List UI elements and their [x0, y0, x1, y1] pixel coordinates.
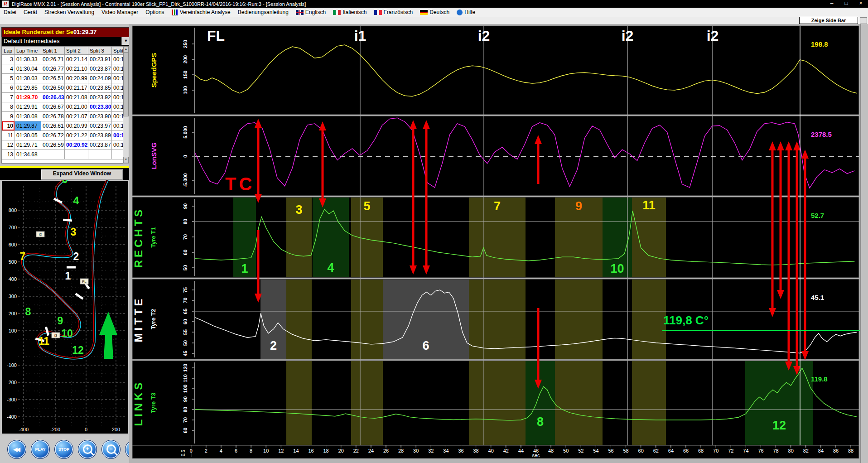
- column-header[interactable]: Split 3: [88, 47, 112, 55]
- lap-table-scrollbar[interactable]: ▲ ▼: [123, 46, 129, 164]
- lap-row[interactable]: 301:30.3300:26.7100:21.1400:23.9100:1: [2, 55, 124, 64]
- zoom-in-button[interactable]: +: [78, 440, 97, 459]
- lap-time-cell[interactable]: 01:30.04: [15, 64, 41, 74]
- lap-time-cell[interactable]: 00:21.08: [65, 93, 88, 102]
- column-header[interactable]: Lap Time: [15, 47, 41, 55]
- lap-time-cell[interactable]: 00:23.97: [88, 121, 112, 131]
- lap-time-cell[interactable]: 00:21.07: [65, 112, 88, 121]
- scroll-up-icon[interactable]: ▲: [123, 46, 129, 53]
- lap-row[interactable]: 701:29.7000:26.4300:21.0800:23.9200:1: [2, 93, 124, 102]
- lap-time-cell[interactable]: 00:20.92: [65, 140, 88, 150]
- lap-time-cell[interactable]: 01:29.70: [15, 93, 41, 102]
- lap-time-cell[interactable]: 00:23.91: [88, 55, 112, 64]
- lap-time-cell[interactable]: 00:23.87: [88, 64, 112, 74]
- menu-item-bedienungsanleitung[interactable]: Bedienungsanleitung: [234, 8, 292, 16]
- lap-time-cell[interactable]: 01:29.85: [15, 83, 41, 93]
- lap-time-cell[interactable]: 00:23.92: [88, 93, 112, 102]
- lap-time-cell[interactable]: [65, 150, 88, 159]
- lap-time-cell[interactable]: [41, 150, 65, 159]
- lap-number-cell[interactable]: 11: [2, 131, 15, 140]
- maximize-button[interactable]: □: [839, 0, 854, 8]
- lap-row[interactable]: 501:30.0300:26.5100:20.9900:24.0900:1: [2, 74, 124, 83]
- lap-number-cell[interactable]: 6: [2, 83, 15, 93]
- menu-item-options[interactable]: Options: [142, 8, 168, 16]
- lap-time-cell[interactable]: 00:1: [112, 121, 124, 131]
- lap-time-cell[interactable]: 00:21.14: [65, 55, 88, 64]
- menu-item-englisch[interactable]: Englisch: [292, 8, 329, 16]
- intermediates-dropdown[interactable]: Default Intermediates ▼: [1, 37, 130, 46]
- minimize-button[interactable]: –: [825, 0, 839, 8]
- lap-number-cell[interactable]: 4: [2, 64, 15, 74]
- lap-time-cell[interactable]: 00:20.99: [65, 74, 88, 83]
- lap-time-cell[interactable]: 00:23.89: [88, 131, 112, 140]
- scroll-down-icon[interactable]: ▼: [123, 157, 129, 163]
- lap-time-cell[interactable]: 01:29.71: [15, 140, 41, 150]
- telemetry-charts[interactable]: 123456789101112FLi1i2i2i2250200150100Spe…: [129, 24, 868, 463]
- lap-number-cell[interactable]: 5: [2, 74, 15, 83]
- lap-time-cell[interactable]: 00:1: [112, 112, 124, 121]
- column-header[interactable]: Split 2: [65, 47, 88, 55]
- lap-time-cell[interactable]: 00:21.00: [65, 102, 88, 112]
- sidebar-corner-button[interactable]: [860, 17, 867, 24]
- lap-time-cell[interactable]: 00:1: [112, 93, 124, 102]
- lap-time-cell[interactable]: 00:26.67: [41, 102, 65, 112]
- column-header[interactable]: Split 4: [112, 47, 124, 55]
- lap-time-cell[interactable]: 00:26.72: [41, 131, 65, 140]
- show-sidebar-button[interactable]: Zeige Side Bar: [799, 17, 858, 24]
- lap-row[interactable]: 601:29.8500:26.5000:21.1700:23.8500:1: [2, 83, 124, 93]
- track-map[interactable]: 800700600500400300200100-100-200-300-400…: [0, 180, 129, 434]
- lap-time-cell[interactable]: 01:29.91: [15, 102, 41, 112]
- lap-number-cell[interactable]: 10: [2, 121, 15, 131]
- lap-time-cell[interactable]: 00:26.71: [41, 55, 65, 64]
- column-header[interactable]: Lap: [2, 47, 15, 55]
- lap-time-cell[interactable]: 00:1: [112, 64, 124, 74]
- lap-row[interactable]: 801:29.9100:26.6700:21.0000:23.8000:1: [2, 102, 124, 112]
- play-button[interactable]: PLAY: [31, 440, 50, 459]
- lap-row[interactable]: 1001:29.8700:26.6100:20.9900:23.9700:1: [2, 121, 124, 131]
- lap-time-cell[interactable]: 00:24.09: [88, 74, 112, 83]
- lap-time-cell[interactable]: 00:23.87: [88, 140, 112, 150]
- lap-number-cell[interactable]: 3: [2, 55, 15, 64]
- menu-item-vereinfachte-analyse[interactable]: Vereinfachte Analyse: [168, 8, 234, 16]
- lap-time-cell[interactable]: [88, 150, 112, 159]
- zoom-out-button[interactable]: −: [101, 440, 121, 459]
- stop-button[interactable]: STOP: [54, 440, 73, 459]
- lap-number-cell[interactable]: 9: [2, 112, 15, 121]
- lap-time-cell[interactable]: 00:1: [112, 102, 124, 112]
- lap-time-cell[interactable]: 00:26.50: [41, 83, 65, 93]
- lap-time-cell[interactable]: 00:1: [112, 55, 124, 64]
- lap-time-cell[interactable]: 00:26.59: [41, 140, 65, 150]
- lap-time-cell[interactable]: 00:26.43: [41, 93, 65, 102]
- lap-time-cell[interactable]: 00:1: [112, 74, 124, 83]
- menu-item-video-manager[interactable]: Video Manager: [98, 8, 142, 16]
- lap-time-cell[interactable]: 00:1: [112, 140, 124, 150]
- lap-time-cell[interactable]: 00:1: [112, 131, 124, 140]
- lap-row[interactable]: 1101:30.0500:26.7200:21.2200:23.8900:1: [2, 131, 124, 140]
- lap-time-cell[interactable]: 00:23.85: [88, 83, 112, 93]
- menu-item-hilfe[interactable]: Hilfe: [453, 8, 479, 16]
- lap-time-cell[interactable]: [112, 150, 124, 159]
- lap-time-cell[interactable]: 00:23.80: [88, 102, 112, 112]
- lap-time-cell[interactable]: 01:34.68: [15, 150, 41, 159]
- lap-time-cell[interactable]: 00:21.17: [65, 83, 88, 93]
- lap-time-cell[interactable]: 01:30.33: [15, 55, 41, 64]
- lap-time-cell[interactable]: 00:26.78: [41, 112, 65, 121]
- lap-time-cell[interactable]: 00:21.22: [65, 131, 88, 140]
- lap-row[interactable]: 901:30.0800:26.7800:21.0700:23.9000:1: [2, 112, 124, 121]
- lap-time-cell[interactable]: 00:26.51: [41, 74, 65, 83]
- rewind-button[interactable]: ◀◀: [7, 440, 26, 459]
- lap-number-cell[interactable]: 12: [2, 140, 15, 150]
- menu-item-deutsch[interactable]: Deutsch: [416, 8, 453, 16]
- lap-row[interactable]: 401:30.0400:26.7700:21.1000:23.8700:1: [2, 64, 124, 74]
- menu-item-italienisch[interactable]: Italienisch: [329, 8, 370, 16]
- lap-time-cell[interactable]: 00:26.61: [41, 121, 65, 131]
- lap-number-cell[interactable]: 8: [2, 102, 15, 112]
- menu-item-datei[interactable]: Datei: [0, 8, 20, 16]
- menu-item-geraet[interactable]: Gerät: [20, 8, 41, 16]
- menu-item-strecken-verwaltung[interactable]: Strecken Verwaltung: [41, 8, 98, 16]
- lap-time-cell[interactable]: 01:29.87: [15, 121, 41, 131]
- lap-time-cell[interactable]: 00:23.90: [88, 112, 112, 121]
- expand-video-button[interactable]: Expand Video Window: [41, 169, 123, 180]
- lap-time-cell[interactable]: 00:21.10: [65, 64, 88, 74]
- lap-number-cell[interactable]: 13: [2, 150, 15, 159]
